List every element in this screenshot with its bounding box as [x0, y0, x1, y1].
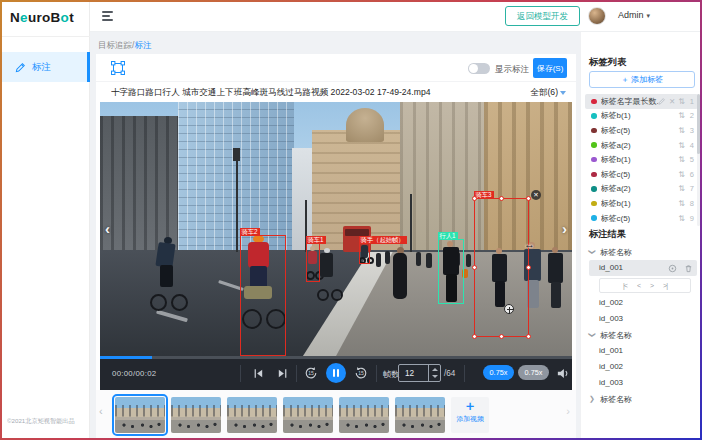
- filmstrip-prev-chevron[interactable]: ‹: [99, 405, 103, 417]
- playback-speed-active[interactable]: 0.75x: [483, 365, 514, 380]
- filmstrip-next-chevron[interactable]: ›: [566, 405, 570, 417]
- add-video-button[interactable]: ＋ 添加视频: [451, 397, 489, 433]
- sort-icon[interactable]: ⇅: [678, 199, 685, 208]
- result-item[interactable]: id_001: [589, 343, 697, 359]
- skip-to-end-icon[interactable]: [276, 367, 289, 380]
- sort-icon[interactable]: ⇅: [678, 97, 685, 106]
- sidebar-item-annotate[interactable]: 标注: [0, 52, 90, 82]
- resize-handle[interactable]: [472, 334, 477, 339]
- bbox-cyclist3-selected[interactable]: 骑车3 ✕: [474, 198, 529, 337]
- add-video-label: 添加视频: [451, 414, 489, 424]
- trash-icon[interactable]: [684, 264, 693, 273]
- label-row[interactable]: 标签c(5)⇅3: [585, 123, 698, 138]
- locate-icon[interactable]: [668, 264, 677, 273]
- delete-box-icon[interactable]: ✕: [531, 190, 541, 200]
- avatar[interactable]: [588, 7, 606, 25]
- user-menu[interactable]: Admin: [618, 10, 650, 20]
- volume-icon[interactable]: [556, 367, 569, 380]
- pager-next-icon[interactable]: >: [650, 282, 653, 289]
- resize-handle[interactable]: [499, 196, 504, 201]
- resize-handle[interactable]: [472, 265, 477, 270]
- label-row[interactable]: 标签c(5)⇅6: [585, 167, 698, 182]
- label-row[interactable]: 标签a(2)⇅7: [585, 182, 698, 197]
- pager-first-icon[interactable]: |<: [623, 282, 627, 289]
- label-row[interactable]: 标签名字最长数... ✕ ⇅ 1: [585, 94, 698, 109]
- pager-prev-icon[interactable]: <: [637, 282, 640, 289]
- pencil-icon: [15, 62, 26, 73]
- resize-handle[interactable]: [499, 334, 504, 339]
- resize-handle[interactable]: [472, 196, 477, 201]
- prev-frame-chevron[interactable]: ‹: [105, 220, 110, 237]
- label-row[interactable]: 标签c(5)⇅9: [585, 211, 698, 226]
- playback-speed-inactive[interactable]: 0.75x: [518, 365, 549, 380]
- sort-icon[interactable]: ⇅: [678, 126, 685, 135]
- skip-to-start-icon[interactable]: [252, 367, 265, 380]
- resize-handle[interactable]: [526, 196, 531, 201]
- label-row[interactable]: 标签b(1)⇅5: [585, 152, 698, 167]
- scrollbar[interactable]: [697, 94, 700, 226]
- plus-icon: ＋: [451, 397, 489, 414]
- next-frame-chevron[interactable]: ›: [562, 220, 567, 237]
- resize-handle[interactable]: [526, 334, 531, 339]
- label-row[interactable]: 标签a(2)⇅4: [585, 138, 698, 153]
- save-button[interactable]: 保存(S): [533, 58, 567, 78]
- video-canvas[interactable]: 骑车2 骑车1 骑手（起始帧） 行人1 骑车3 ✕: [100, 102, 572, 356]
- progress-fill: [100, 356, 152, 359]
- delete-icon[interactable]: ✕: [669, 97, 675, 106]
- result-group-collapsed[interactable]: ❯标签名称: [589, 391, 697, 407]
- sort-icon[interactable]: ⇅: [678, 170, 685, 179]
- bounding-box-tool-icon[interactable]: [110, 60, 126, 76]
- result-group[interactable]: ❯标签名称: [589, 244, 697, 260]
- rewind-15-icon[interactable]: 15: [304, 366, 318, 380]
- back-to-model-dev-button[interactable]: 返回模型开发: [505, 6, 580, 26]
- progress-track[interactable]: [100, 356, 572, 359]
- video-thumbnail-3[interactable]: [227, 397, 277, 433]
- label-name: 标签b(1): [601, 110, 679, 121]
- video-thumbnail-2[interactable]: [171, 397, 221, 433]
- sort-icon[interactable]: ⇅: [678, 184, 685, 193]
- sort-icon[interactable]: ⇅: [678, 111, 685, 120]
- sort-icon[interactable]: ⇅: [678, 141, 685, 150]
- add-label-button[interactable]: ＋ 添加标签: [589, 71, 695, 88]
- bbox-cyclist1[interactable]: 骑车1: [306, 243, 320, 282]
- bbox-rider-startframe[interactable]: 骑手（起始帧）: [359, 243, 370, 264]
- cyclist-figure: [320, 253, 333, 277]
- video-thumbnail-4[interactable]: [283, 397, 333, 433]
- resize-handle[interactable]: [526, 265, 531, 270]
- result-id: id_002: [599, 362, 623, 371]
- sort-icon[interactable]: ⇅: [678, 155, 685, 164]
- bbox-cyclist2[interactable]: 骑车2: [240, 235, 286, 356]
- result-item-selected[interactable]: id_001: [589, 260, 697, 276]
- edit-icon[interactable]: [658, 97, 666, 105]
- label-row[interactable]: 标签b(1)⇅8: [585, 196, 698, 211]
- label-name: 标签b(1): [601, 198, 679, 209]
- pager-last-icon[interactable]: >|: [663, 282, 667, 289]
- show-annotation-toggle[interactable]: [468, 63, 490, 74]
- bbox-pedestrian1[interactable]: 行人1: [438, 239, 464, 304]
- video-thumbnail-6[interactable]: [395, 397, 445, 433]
- result-id: id_001: [599, 346, 623, 355]
- breadcrumb-parent[interactable]: 目标追踪: [98, 40, 132, 50]
- stepper-up-icon[interactable]: [432, 368, 438, 371]
- frame-stepper[interactable]: [428, 365, 440, 381]
- result-item[interactable]: id_003: [589, 311, 697, 327]
- label-row[interactable]: 标签b(1)⇅2: [585, 109, 698, 124]
- video-thumbnail-1[interactable]: [115, 397, 165, 433]
- stepper-down-icon[interactable]: [432, 375, 438, 378]
- result-item[interactable]: id_002: [589, 295, 697, 311]
- sort-icon[interactable]: ⇅: [678, 214, 685, 223]
- result-item[interactable]: id_002: [589, 359, 697, 375]
- video-title: 十字路口路口行人 城市交通上下班高峰斑马线过马路视频 2022-03-02 17…: [111, 87, 501, 99]
- scrollbar-thumb[interactable]: [697, 94, 700, 154]
- video-thumbnail-5[interactable]: [339, 397, 389, 433]
- label-name: 标签c(5): [601, 213, 679, 224]
- pause-button[interactable]: [326, 363, 346, 383]
- label-filter-dropdown[interactable]: 全部(6): [530, 87, 566, 99]
- frame-number-input[interactable]: 12: [398, 364, 441, 382]
- collapse-menu-icon[interactable]: [102, 11, 114, 21]
- video-title-row: 十字路口路口行人 城市交通上下班高峰斑马线过马路视频 2022-03-02 17…: [96, 82, 576, 100]
- forward-15-icon[interactable]: 15: [354, 366, 368, 380]
- frame-number-value: 12: [405, 369, 414, 378]
- result-group[interactable]: ❯标签名称: [589, 327, 697, 343]
- result-item[interactable]: id_003: [589, 375, 697, 391]
